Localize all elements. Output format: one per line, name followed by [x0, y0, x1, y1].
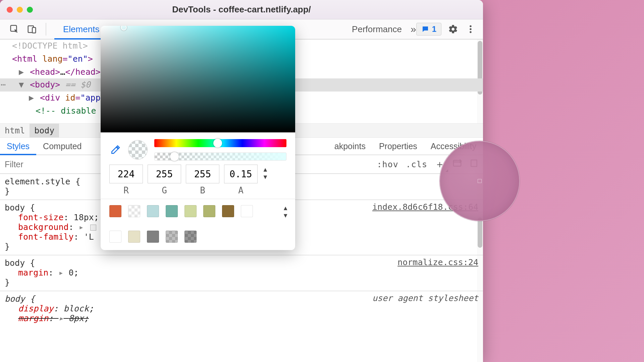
palette-swatch[interactable]	[109, 205, 121, 217]
subtab-computed[interactable]: Computed	[36, 138, 88, 155]
dom-div-open: <div	[40, 93, 65, 103]
issues-badge[interactable]: 1	[416, 23, 441, 36]
zoom-window-button[interactable]	[27, 7, 33, 13]
b-label: B	[200, 185, 205, 195]
expand-icon[interactable]: ▶	[19, 66, 25, 79]
expand-icon[interactable]: ▸	[58, 268, 63, 278]
tab-elements-label: Elements	[63, 24, 99, 35]
palette-swatch[interactable]	[222, 205, 234, 217]
class-toggle[interactable]: .cls	[406, 160, 427, 169]
expand-icon: ▸	[58, 313, 63, 323]
rule-body-2[interactable]: normalize.css:24 body { margin: ▸ 0; }	[0, 255, 483, 291]
css-prop[interactable]: background	[18, 222, 69, 232]
dom-html-open: <html	[12, 54, 42, 64]
palette-swatch[interactable]	[147, 205, 159, 217]
r-input[interactable]	[109, 165, 143, 183]
palette-swatch[interactable]	[128, 205, 140, 217]
collapse-icon[interactable]: ▼	[19, 78, 25, 92]
crumb-body[interactable]: body	[30, 124, 59, 137]
dom-comment: <!-- disable	[36, 106, 96, 116]
devtools-window: DevTools - coffee-cart.netlify.app/ Elem…	[0, 0, 483, 362]
tab-performance[interactable]: Performance	[343, 19, 411, 39]
settings-icon[interactable]	[447, 23, 459, 35]
palette-swatch[interactable]	[128, 231, 140, 243]
alpha-thumb[interactable]	[170, 152, 179, 161]
window-title: DevTools - coffee-cart.netlify.app/	[172, 4, 311, 15]
css-prop[interactable]: font-size	[18, 213, 63, 222]
dom-attrval: "en"	[68, 54, 88, 64]
tab-elements[interactable]: Elements	[54, 19, 108, 39]
dom-doctype: <!DOCTYPE html>	[12, 41, 88, 51]
selected-marker-icon: ⋯	[1, 78, 6, 92]
rule-source-label: user agent stylesheet	[372, 293, 478, 303]
device-toolbar-icon[interactable]	[26, 23, 38, 35]
kebab-menu-icon[interactable]	[465, 23, 476, 35]
dom-attr: lang	[42, 54, 62, 64]
crumb-html[interactable]: html	[0, 124, 30, 137]
svg-point-4	[470, 28, 472, 30]
palette-swatches: ▲▼	[101, 199, 295, 250]
dom-head-open: <head>	[30, 67, 60, 77]
css-val: 8px	[69, 313, 84, 323]
close-window-button[interactable]	[7, 7, 13, 13]
css-val: block	[63, 304, 89, 313]
saturation-value-field[interactable]	[101, 26, 295, 132]
subtab-breakpoints[interactable]: akpoints	[328, 138, 372, 155]
hue-thumb[interactable]	[213, 139, 222, 147]
dom-body-open: <body>	[30, 80, 60, 89]
dom-attr: id	[65, 93, 75, 103]
palette-swatch[interactable]	[184, 205, 197, 217]
rule-body-ua[interactable]: user agent stylesheet body { display: bl…	[0, 291, 483, 326]
message-icon	[421, 25, 429, 33]
hover-toggle[interactable]: :hov	[377, 160, 398, 169]
css-val[interactable]: 'L	[84, 232, 94, 242]
subtab-styles[interactable]: Styles	[0, 138, 36, 155]
sv-cursor[interactable]	[121, 26, 127, 31]
a-input[interactable]	[224, 165, 258, 183]
css-prop[interactable]: font-family	[18, 232, 74, 242]
svg-rect-2	[32, 27, 36, 33]
palette-swatch[interactable]	[184, 231, 197, 243]
dom-ellipsis: …	[60, 67, 65, 77]
inspect-element-icon[interactable]	[9, 23, 20, 35]
css-prop[interactable]: margin	[18, 268, 48, 278]
css-val[interactable]: 0	[69, 268, 74, 278]
palette-swatch[interactable]	[147, 231, 159, 243]
alpha-slider[interactable]	[154, 153, 286, 161]
issues-count: 1	[432, 24, 436, 34]
palette-swatch[interactable]	[166, 231, 178, 243]
r-label: R	[123, 185, 129, 195]
rule-source-link[interactable]: normalize.css:24	[397, 257, 478, 267]
g-input[interactable]	[148, 165, 181, 183]
palette-swatch[interactable]	[166, 205, 178, 217]
a-label: A	[238, 185, 244, 195]
format-toggle-icon[interactable]: ▲▼	[262, 165, 268, 180]
b-input[interactable]	[186, 165, 219, 183]
subtab-properties[interactable]: Properties	[372, 138, 424, 155]
svg-point-5	[470, 31, 472, 33]
tab-performance-label: Performance	[352, 24, 402, 35]
current-color-swatch	[128, 140, 148, 160]
css-prop: display	[18, 304, 53, 313]
color-swatch-icon[interactable]	[90, 225, 96, 231]
g-label: G	[162, 185, 167, 195]
hue-slider[interactable]	[154, 139, 286, 147]
rule-close: }	[5, 278, 478, 287]
palette-swatch[interactable]	[203, 205, 215, 217]
titlebar: DevTools - coffee-cart.netlify.app/	[0, 0, 483, 19]
dom-head-close: </head>	[65, 67, 100, 77]
palette-toggle-icon[interactable]: ▲▼	[282, 205, 288, 219]
css-val[interactable]: 18px	[74, 213, 94, 222]
dom-aux: == $0	[60, 80, 90, 89]
minimize-window-button[interactable]	[17, 7, 23, 13]
dom-close-br: >	[88, 54, 93, 64]
eyedropper-icon[interactable]	[109, 144, 121, 156]
css-prop: margin	[18, 313, 48, 323]
expand-icon[interactable]: ▶	[29, 92, 35, 105]
eyedropper-magnifier[interactable]	[439, 141, 520, 221]
styles-filter-input[interactable]	[5, 160, 105, 169]
expand-icon[interactable]: ▸	[79, 222, 84, 232]
palette-swatch[interactable]	[109, 231, 121, 243]
palette-swatch[interactable]	[241, 205, 253, 217]
more-tabs-icon[interactable]: »	[411, 19, 416, 39]
